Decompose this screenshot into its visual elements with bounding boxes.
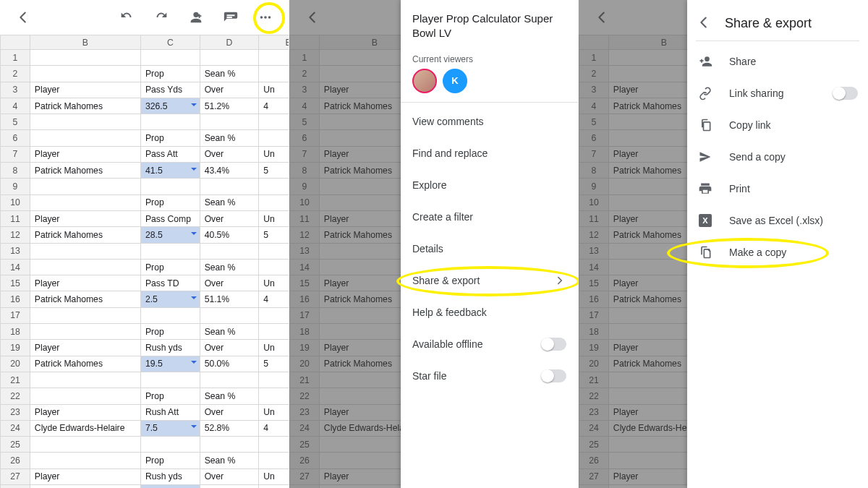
cell[interactable]	[200, 372, 259, 388]
cell[interactable]: Over	[200, 468, 259, 484]
menu-save-excel[interactable]: XSave as Excel (.xlsx)	[687, 205, 868, 236]
cell[interactable]: Sean %	[200, 66, 259, 82]
cell[interactable]	[259, 50, 289, 66]
cell[interactable]	[30, 194, 140, 210]
row-header[interactable]: 5	[1, 114, 30, 130]
cell[interactable]: 5	[259, 227, 289, 243]
cell[interactable]: Sean %	[200, 453, 259, 468]
cell[interactable]	[200, 437, 259, 453]
table-row[interactable]: 24Clyde Edwards-Helaire7.552.8%4	[1, 420, 290, 436]
row-header[interactable]: 13	[1, 243, 30, 259]
cell[interactable]: Over	[200, 404, 259, 420]
table-row[interactable]: 5	[1, 114, 290, 130]
row-header[interactable]: 21	[1, 372, 30, 388]
cell[interactable]	[30, 50, 140, 66]
row-header[interactable]: 14	[1, 259, 30, 275]
table-row[interactable]: 4Patrick Mahomes326.551.2%4	[1, 98, 290, 114]
menu-share[interactable]: Share	[687, 46, 868, 77]
cell[interactable]	[259, 194, 289, 210]
row-header[interactable]: 18	[1, 324, 30, 340]
cell[interactable]: Prop	[140, 194, 200, 210]
table-row[interactable]: 19PlayerRush ydsOverUn	[1, 340, 290, 356]
cell[interactable]	[30, 130, 140, 146]
cell[interactable]: Rush yds	[140, 468, 200, 484]
cell[interactable]: Un	[259, 340, 289, 356]
cell[interactable]: 5	[259, 356, 289, 372]
cell[interactable]: Clyde Edwards-Helaire	[30, 485, 140, 488]
row-header[interactable]: 10	[1, 194, 30, 210]
cell[interactable]: Prop	[140, 130, 200, 146]
avatar[interactable]	[412, 69, 437, 93]
cell[interactable]: Prop	[140, 324, 200, 340]
cell[interactable]: 5	[259, 485, 289, 488]
row-header[interactable]: 16	[1, 291, 30, 307]
row-header[interactable]: 6	[1, 130, 30, 146]
cell[interactable]	[259, 388, 289, 404]
row-header[interactable]: 24	[1, 420, 30, 436]
menu-help-feedback[interactable]: Help & feedback	[401, 296, 578, 328]
cell[interactable]	[259, 437, 289, 453]
cell[interactable]	[259, 307, 289, 323]
menu-view-comments[interactable]: View comments	[401, 106, 578, 137]
table-row[interactable]: 3PlayerPass YdsOverUn	[1, 82, 290, 98]
cell[interactable]	[30, 388, 140, 404]
cell[interactable]: Sean %	[200, 324, 259, 340]
row-header[interactable]: 9	[1, 179, 30, 194]
cell[interactable]	[30, 324, 140, 340]
cell[interactable]: Patrick Mahomes	[30, 291, 140, 307]
cell[interactable]	[140, 50, 200, 66]
toggle-icon[interactable]	[542, 338, 566, 351]
cell[interactable]	[200, 307, 259, 323]
cell[interactable]: 51.2%	[200, 98, 259, 114]
cell[interactable]	[30, 179, 140, 194]
cell[interactable]: 41.5	[140, 163, 200, 179]
cell[interactable]	[140, 307, 200, 323]
cell[interactable]: Sean %	[200, 130, 259, 146]
cell[interactable]: 5	[259, 163, 289, 179]
table-row[interactable]: 13	[1, 243, 290, 259]
cell[interactable]: 7.5	[140, 420, 200, 436]
cell[interactable]: Un	[259, 210, 289, 226]
table-row[interactable]: 22PropSean %	[1, 388, 290, 404]
row-header[interactable]: 19	[1, 340, 30, 356]
cell[interactable]	[30, 66, 140, 82]
cell[interactable]: Rush yds	[140, 340, 200, 356]
cell[interactable]	[259, 130, 289, 146]
table-row[interactable]: 28Clyde Edwards-Helaire30.549.6%5	[1, 485, 290, 488]
table-row[interactable]: 18PropSean %	[1, 324, 290, 340]
cell[interactable]	[259, 259, 289, 275]
menu-explore[interactable]: Explore	[401, 169, 578, 201]
row-header[interactable]: 3	[1, 82, 30, 98]
cell[interactable]: Prop	[140, 259, 200, 275]
cell[interactable]: Patrick Mahomes	[30, 163, 140, 179]
row-header[interactable]: 22	[1, 388, 30, 404]
toggle-icon[interactable]	[833, 87, 858, 100]
row-header[interactable]: 1	[1, 50, 30, 66]
cell[interactable]: 43.4%	[200, 163, 259, 179]
cell[interactable]: Un	[259, 404, 289, 420]
row-header[interactable]: 23	[1, 404, 30, 420]
cell[interactable]: Patrick Mahomes	[30, 98, 140, 114]
table-row[interactable]: 21	[1, 372, 290, 388]
cell[interactable]: Un	[259, 275, 289, 291]
cell[interactable]	[140, 179, 200, 194]
redo-button[interactable]	[145, 1, 177, 33]
table-row[interactable]: 12Patrick Mahomes28.540.5%5	[1, 227, 290, 243]
table-row[interactable]: 14PropSean %	[1, 259, 290, 275]
cell[interactable]: Prop	[140, 388, 200, 404]
table-row[interactable]: 17	[1, 307, 290, 323]
menu-find-replace[interactable]: Find and replace	[401, 137, 578, 169]
undo-button[interactable]	[111, 1, 142, 33]
cell[interactable]: 50.0%	[200, 356, 259, 372]
row-header[interactable]: 15	[1, 275, 30, 291]
row-header[interactable]: 4	[1, 98, 30, 114]
add-people-button[interactable]	[180, 1, 212, 33]
cell[interactable]: 19.5	[140, 356, 200, 372]
menu-create-filter[interactable]: Create a filter	[401, 201, 578, 233]
cell[interactable]	[259, 243, 289, 259]
cell[interactable]: 49.6%	[200, 485, 259, 488]
row-header[interactable]: 12	[1, 227, 30, 243]
menu-star-file[interactable]: Star file	[401, 360, 578, 392]
avatar[interactable]: K	[443, 69, 467, 93]
cell[interactable]: Over	[200, 146, 259, 162]
